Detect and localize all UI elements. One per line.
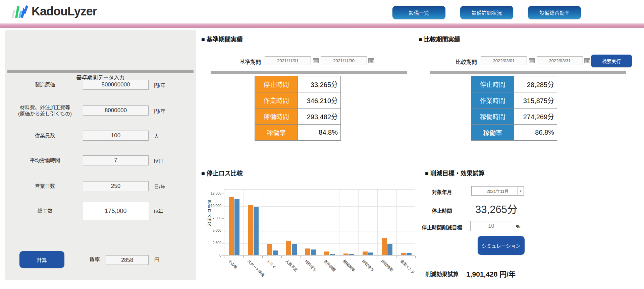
- reduction-goal-label: 停止時間削減目標: [418, 224, 466, 231]
- calendar-icon[interactable]: [368, 58, 374, 63]
- nav-equipment-oee-button[interactable]: 設備総合効率: [528, 6, 581, 19]
- target-month-label: 対象年月: [418, 188, 466, 195]
- row-header: 停止時間: [471, 76, 514, 92]
- search-execute-button[interactable]: 検索実行: [591, 55, 632, 67]
- row-value: 33,265分: [298, 76, 341, 92]
- bar-比較期間: [311, 249, 316, 255]
- stop-time-value: 33,265分: [465, 201, 528, 216]
- x-tick-mark: [320, 256, 320, 258]
- gridline: [224, 231, 415, 231]
- y-tick-label: 10,000: [201, 204, 221, 208]
- bar-比較期間: [330, 254, 335, 255]
- bar-比較期間: [368, 252, 373, 255]
- compare-date-from-input[interactable]: 2022/03/01: [481, 56, 527, 65]
- calendar-icon[interactable]: [529, 58, 535, 63]
- app-window: KadouLyzer 設備一覧 設備詳細状況 設備総合効率 基準期間データ入力 …: [0, 0, 644, 289]
- calc-row: 計算 賃率 2858 円: [5, 251, 196, 269]
- effect-estimate-value: 1,901,428 円/年: [466, 269, 516, 279]
- gridline: [282, 190, 282, 255]
- compare-date-to-input[interactable]: 2022/03/31: [537, 56, 583, 65]
- x-tick-mark: [301, 256, 301, 258]
- compare-period-section-title: ■ 比較期間実績: [419, 34, 460, 43]
- field-label: 営業日数: [5, 181, 85, 191]
- y-tick-mark: [222, 256, 224, 256]
- compare-period-label: 比較期間: [449, 58, 477, 66]
- row-value: 274,269分: [514, 109, 557, 125]
- table-row: 稼働率86.8%: [471, 125, 557, 141]
- gridline: [224, 219, 415, 219]
- row-header: 停止時間: [255, 76, 298, 92]
- x-category-label: 人員不足: [284, 258, 299, 272]
- y-tick-mark: [222, 194, 224, 194]
- simulation-button[interactable]: シミュレーション: [478, 236, 525, 255]
- effect-estimate-label: 削減効果試算: [418, 270, 466, 278]
- table-row: 停止時間33,265分: [255, 76, 341, 92]
- bar-基準期間: [267, 244, 272, 255]
- x-category-label: その他: [227, 258, 239, 270]
- bar-基準期間: [343, 254, 348, 255]
- bar-基準期間: [229, 197, 234, 255]
- calendar-icon[interactable]: [313, 58, 319, 63]
- gridline: [244, 190, 244, 255]
- x-tick-mark: [358, 256, 358, 258]
- field-unit: 円/年: [154, 80, 165, 90]
- stop-time-label: 停止時間: [418, 207, 466, 214]
- field-label: 総工数: [5, 202, 85, 220]
- bar-比較期間: [349, 254, 354, 255]
- field-row: 総工数 175,000 h/年: [5, 202, 196, 220]
- x-category-label: 機械故障: [342, 258, 356, 272]
- table-row: 作業時間315,875分: [471, 92, 557, 109]
- table-row: 稼働時間274,269分: [471, 109, 557, 125]
- avg-work-hours-input[interactable]: 7: [83, 155, 149, 165]
- bar-比較期間: [273, 250, 278, 255]
- x-category-label: 条件調整: [323, 258, 337, 272]
- nav-equipment-list-button[interactable]: 設備一覧: [392, 6, 445, 19]
- y-tick-label: 5,000: [201, 228, 221, 232]
- field-unit: 日/年: [154, 181, 165, 191]
- row-value: 315,875分: [514, 92, 557, 109]
- bar-比較期間: [407, 253, 412, 255]
- manufacturing-cost-input[interactable]: 500000000: [83, 80, 149, 90]
- gridline: [396, 190, 397, 255]
- row-header: 稼働率: [471, 125, 514, 141]
- total-man-hours-value: 175,000: [83, 202, 149, 220]
- x-category-label: トライ: [265, 258, 277, 270]
- nav-equipment-detail-button[interactable]: 設備詳細状況: [460, 6, 513, 19]
- logo-text: KadouLyzer: [32, 4, 97, 18]
- wage-rate-unit: 円: [154, 251, 159, 269]
- compare-period-table: 停止時間28,285分 作業時間315,875分 稼働時間274,269分 稼働…: [471, 76, 557, 141]
- field-label: 平均労働時間: [5, 155, 85, 165]
- logo-icon: [9, 4, 29, 19]
- field-unit: h/日: [154, 155, 163, 165]
- chevron-down-icon[interactable]: ▼: [518, 187, 523, 195]
- row-header: 稼働時間: [471, 109, 514, 125]
- y-tick-mark: [222, 231, 224, 231]
- bar-比較期間: [234, 199, 239, 255]
- chart-plot: [224, 189, 415, 256]
- base-date-to-input[interactable]: 2021/11/30: [321, 56, 367, 65]
- gridline: [377, 190, 378, 255]
- x-tick-mark: [224, 256, 224, 258]
- header-divider: [0, 23, 644, 28]
- y-tick-label: 2,500: [201, 241, 221, 245]
- calendar-icon[interactable]: [584, 58, 590, 63]
- calculate-button[interactable]: 計算: [19, 251, 64, 268]
- row-header: 稼働時間: [255, 109, 298, 125]
- x-tick-mark: [243, 256, 244, 258]
- wage-rate-input[interactable]: 2858: [106, 255, 149, 265]
- row-header: 作業時間: [471, 92, 514, 109]
- base-date-from-input[interactable]: 2021/11/01: [265, 56, 311, 65]
- x-category-label: 材料待ち: [304, 258, 318, 272]
- reduction-target-section-title: ■ 削減目標・効果試算: [425, 168, 485, 177]
- stop-loss-chart: 停止ロス時間 02,5005,0007,50010,00012,500その他スタ…: [201, 183, 435, 289]
- employee-count-input[interactable]: 100: [83, 131, 149, 141]
- business-days-input[interactable]: 250: [83, 181, 149, 191]
- reduction-goal-input[interactable]: 10: [470, 221, 512, 231]
- field-row: 材料費、外注加工費等(原価から差し引くもの) 8000000 円/年: [5, 102, 196, 119]
- table-row: 稼働時間293,482分: [255, 109, 341, 125]
- target-month-select[interactable]: 2021年11月 ▼: [471, 186, 524, 196]
- material-cost-input[interactable]: 8000000: [83, 105, 149, 116]
- x-tick-mark: [415, 256, 416, 258]
- gridline: [320, 190, 320, 255]
- bar-比較期間: [254, 207, 259, 255]
